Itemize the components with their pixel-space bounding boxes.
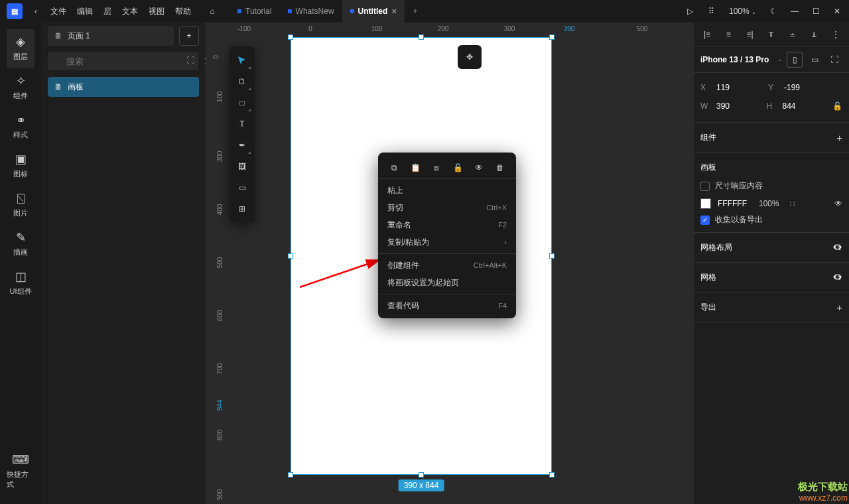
menu-file[interactable]: 文件	[45, 0, 72, 23]
lock-aspect-icon[interactable]: 🔓	[832, 101, 842, 111]
align-left-icon[interactable]: |≡	[700, 28, 714, 41]
fill-opacity[interactable]: 100%	[759, 199, 779, 208]
tool-grid[interactable]: ⊞	[232, 199, 252, 219]
tool-select[interactable]	[232, 50, 252, 70]
home-icon[interactable]: ⌂	[203, 2, 222, 21]
artboard-icon: 🗎	[54, 82, 62, 92]
align-middle-icon[interactable]: ⫨	[786, 28, 799, 41]
maximize-icon[interactable]: ☐	[807, 2, 825, 21]
section-gridlayout: 网格布局	[700, 242, 732, 253]
resize-handle[interactable]	[419, 34, 424, 40]
pos-h[interactable]: 844	[783, 101, 796, 111]
apps-icon[interactable]: ⠿	[702, 2, 721, 21]
nav-images[interactable]: ⍂图片	[7, 186, 34, 225]
resize-handle[interactable]	[288, 472, 293, 477]
page-selector[interactable]: 🗎页面 1	[48, 26, 174, 46]
layer-row-artboard[interactable]: 🗎画板	[48, 77, 199, 97]
add-component-button[interactable]: +	[836, 132, 842, 143]
search-input[interactable]	[48, 52, 198, 70]
keyboard-icon: ⌨	[12, 452, 29, 467]
menu-help[interactable]: 帮助	[170, 0, 196, 23]
menu-edit[interactable]: 编辑	[72, 0, 98, 23]
nav-uicomponents[interactable]: ◫UI组件	[7, 264, 34, 303]
ctx-unlock-icon[interactable]: 🔓	[449, 159, 466, 176]
align-right-icon[interactable]: ≡|	[744, 28, 757, 41]
resize-handle[interactable]	[549, 253, 555, 259]
resize-handle[interactable]	[288, 253, 293, 259]
menu-view[interactable]: 视图	[143, 0, 170, 23]
drag-handle-icon[interactable]: ✥	[458, 45, 482, 69]
pos-x[interactable]: 119	[716, 83, 730, 92]
landscape-icon[interactable]: ▭	[807, 52, 822, 68]
tool-image[interactable]: 🖼	[232, 157, 252, 176]
style-icon: ⚭	[16, 113, 26, 127]
ctx-create-component[interactable]: 创建组件Ctrl+Alt+K	[378, 257, 516, 274]
pos-w[interactable]: 390	[716, 101, 730, 111]
tab-untitled[interactable]: Untitled×	[342, 0, 405, 23]
canvas[interactable]: -200 -100 0 100 200 300 390 500 0 100 30…	[206, 23, 694, 504]
nav-layers[interactable]: ◈图层	[7, 29, 34, 68]
close-window-icon[interactable]: ✕	[828, 2, 846, 21]
ctx-paste[interactable]: 粘上	[378, 182, 516, 199]
align-center-h-icon[interactable]: ≡	[722, 28, 735, 41]
new-tab-button[interactable]: +	[405, 0, 425, 23]
fill-hex[interactable]: FFFFFF	[718, 199, 747, 208]
hidden-icon[interactable]: 👁‍🗨	[832, 243, 842, 252]
add-page-button[interactable]: +	[179, 26, 199, 46]
ctx-group-icon[interactable]: ⧈	[428, 159, 445, 176]
resize-checkbox[interactable]	[700, 182, 710, 191]
distribute-icon[interactable]: ⋮	[829, 28, 842, 41]
nav-icons[interactable]: ▣图标	[7, 147, 34, 186]
section-export: 导出	[700, 302, 716, 313]
section-grid: 网格	[700, 272, 716, 283]
hidden-icon[interactable]: 👁‍🗨	[832, 273, 842, 282]
ctx-cut[interactable]: 剪切Ctrl+X	[378, 199, 516, 216]
chevron-down-icon[interactable]: ⌄	[778, 56, 783, 62]
tool-frame[interactable]: 🗋	[232, 72, 252, 92]
ctx-set-start-page[interactable]: 将画板设置为起始页	[378, 274, 516, 291]
ctx-copy-icon[interactable]: ⧉	[385, 159, 403, 176]
nav-styles[interactable]: ⚭样式	[7, 107, 34, 147]
menu-text[interactable]: 文本	[117, 0, 143, 23]
menu-layer[interactable]: 层	[98, 0, 117, 23]
resize-handle[interactable]	[549, 472, 555, 477]
blend-icon[interactable]: ∷	[790, 199, 795, 208]
nav-components[interactable]: ✧组件	[7, 68, 34, 107]
resize-label: 尺寸响应内容	[715, 180, 763, 192]
fill-swatch[interactable]	[700, 198, 711, 209]
tool-text[interactable]: T	[232, 114, 252, 134]
visibility-icon[interactable]: 👁	[834, 199, 842, 208]
nav-shortcuts[interactable]: ⌨快捷方式	[7, 447, 34, 496]
scan-icon[interactable]: ⛶	[186, 56, 194, 65]
back-icon[interactable]: ‹	[27, 2, 45, 21]
minimize-icon[interactable]: —	[785, 2, 804, 21]
ctx-delete-icon[interactable]: 🗑	[491, 159, 509, 176]
tool-row[interactable]: ▭	[232, 178, 252, 198]
ctx-rename[interactable]: 重命名F2	[378, 216, 516, 233]
ctx-view-code[interactable]: 查看代码F4	[378, 297, 516, 314]
ctx-paste-icon[interactable]: 📋	[407, 159, 424, 176]
resize-handle[interactable]	[549, 34, 555, 40]
resize-handle[interactable]	[288, 34, 293, 40]
tab-whatsnew[interactable]: WhatsNew	[280, 0, 342, 23]
tab-tutorial[interactable]: Tutorial	[229, 0, 280, 23]
nav-illustration[interactable]: ✎插画	[7, 225, 34, 264]
align-top-icon[interactable]: ⫪	[765, 28, 778, 41]
play-icon[interactable]: ▷	[681, 2, 700, 21]
add-export-button[interactable]: +	[836, 302, 842, 313]
portrait-icon[interactable]: ▯	[787, 52, 803, 68]
resize-handle[interactable]	[419, 472, 424, 477]
tab-dot-icon	[350, 9, 354, 13]
pos-y[interactable]: -199	[784, 83, 800, 92]
zoom-select[interactable]: 100% ⌄	[724, 0, 761, 23]
expand-icon[interactable]: ⛶	[826, 52, 842, 68]
ctx-visible-icon[interactable]: 👁	[470, 159, 488, 176]
ctx-copypaste-as[interactable]: 复制/粘贴为›	[378, 233, 516, 251]
dark-mode-icon[interactable]: ☾	[764, 2, 783, 21]
tool-pen[interactable]: ✒	[232, 135, 252, 155]
preset-name[interactable]: iPhone 13 / 13 Pro	[700, 55, 774, 64]
close-icon[interactable]: ×	[391, 6, 397, 17]
tool-rectangle[interactable]: □	[232, 93, 252, 113]
collect-checkbox[interactable]: ✓	[700, 216, 710, 225]
align-bottom-icon[interactable]: ⫫	[808, 28, 821, 41]
